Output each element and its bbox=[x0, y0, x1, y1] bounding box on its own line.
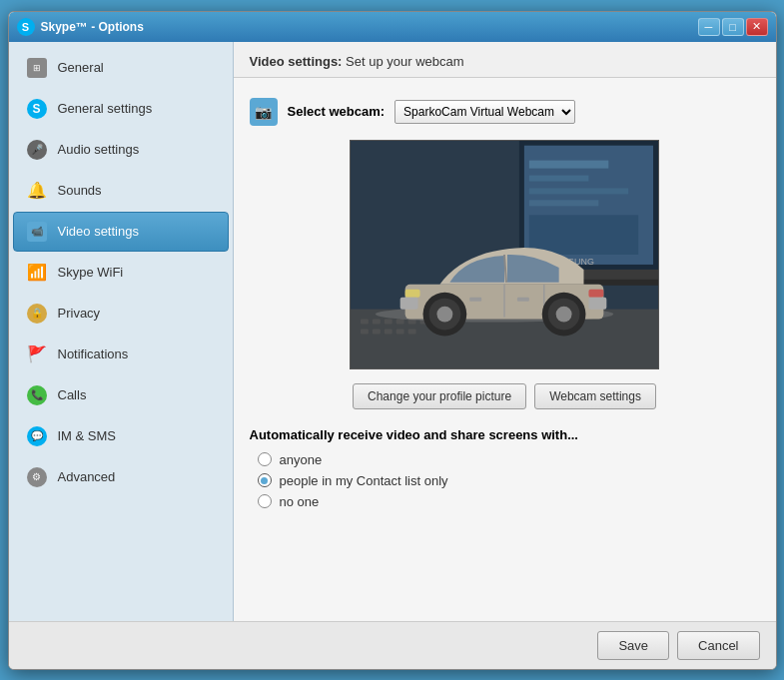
sidebar-item-video-settings[interactable]: 📹 Video settings bbox=[13, 212, 229, 252]
panel-header-strong: Video settings: bbox=[250, 54, 343, 69]
title-bar: S Skype™ - Options ─ □ ✕ bbox=[9, 12, 776, 42]
svg-rect-4 bbox=[529, 175, 589, 181]
sidebar-label: General settings bbox=[58, 101, 153, 116]
sidebar-label: General bbox=[58, 60, 104, 75]
privacy-icon: 🔒 bbox=[26, 303, 48, 325]
calls-icon: 📞 bbox=[26, 384, 48, 406]
webcam-select-row: 📷 Select webcam: SparkoCam Virtual Webca… bbox=[250, 98, 760, 126]
radio-label-no-one: no one bbox=[280, 494, 320, 509]
sidebar-item-advanced[interactable]: ⚙ Advanced bbox=[13, 457, 229, 497]
sidebar-item-sounds[interactable]: 🔔 Sounds bbox=[13, 171, 229, 211]
svg-rect-34 bbox=[405, 289, 420, 297]
maximize-button[interactable]: □ bbox=[722, 18, 744, 36]
sidebar-label: Video settings bbox=[58, 224, 139, 239]
panel-header-rest: Set up your webcam bbox=[342, 54, 463, 69]
sidebar-item-general[interactable]: ⊞ General bbox=[13, 48, 229, 88]
profile-webcam-buttons: Change your profile picture Webcam setti… bbox=[250, 383, 760, 409]
svg-rect-20 bbox=[396, 329, 404, 334]
svg-rect-12 bbox=[373, 319, 381, 324]
close-button[interactable]: ✕ bbox=[746, 18, 768, 36]
sidebar-label: Audio settings bbox=[58, 142, 140, 157]
webcam-dropdown[interactable]: SparkoCam Virtual WebcamDefault Webcam bbox=[394, 100, 575, 124]
webcam-preview-image: SAMSUNG bbox=[351, 141, 658, 368]
svg-point-33 bbox=[556, 306, 572, 322]
svg-rect-7 bbox=[529, 215, 638, 255]
change-profile-picture-button[interactable]: Change your profile picture bbox=[353, 383, 526, 409]
auto-receive-label: Automatically receive video and share sc… bbox=[250, 427, 760, 442]
sidebar-label: Sounds bbox=[58, 183, 102, 198]
sidebar-item-im-sms[interactable]: 💬 IM & SMS bbox=[13, 416, 229, 456]
sounds-icon: 🔔 bbox=[26, 180, 48, 202]
svg-rect-11 bbox=[361, 319, 369, 324]
sidebar-label: Calls bbox=[58, 387, 87, 402]
svg-rect-13 bbox=[385, 319, 392, 324]
sidebar-label: Skype WiFi bbox=[58, 265, 124, 280]
svg-rect-39 bbox=[517, 297, 529, 301]
general-icon: ⊞ bbox=[26, 57, 48, 79]
audio-icon: 🎤 bbox=[26, 139, 48, 161]
cancel-button[interactable]: Cancel bbox=[677, 631, 759, 660]
skype-icon: S bbox=[26, 98, 48, 120]
panel-body: 📷 Select webcam: SparkoCam Virtual Webca… bbox=[234, 78, 776, 621]
right-panel: Video settings: Set up your webcam 📷 Sel… bbox=[234, 42, 776, 621]
sidebar-item-privacy[interactable]: 🔒 Privacy bbox=[13, 294, 229, 334]
svg-rect-3 bbox=[529, 160, 608, 168]
webcam-settings-button[interactable]: Webcam settings bbox=[534, 383, 656, 409]
svg-rect-21 bbox=[408, 329, 416, 334]
sidebar-label: Notifications bbox=[58, 346, 129, 361]
save-button[interactable]: Save bbox=[597, 631, 669, 660]
video-icon: 📹 bbox=[26, 221, 48, 243]
sidebar: ⊞ General S General settings 🎤 Audio set… bbox=[9, 42, 234, 621]
svg-rect-36 bbox=[400, 297, 418, 309]
svg-rect-38 bbox=[469, 297, 481, 301]
radio-item-anyone[interactable]: anyone bbox=[258, 452, 760, 467]
svg-rect-18 bbox=[373, 329, 381, 334]
app-icon: S bbox=[17, 18, 35, 36]
radio-label-anyone: anyone bbox=[280, 452, 323, 467]
webcam-preview: SAMSUNG bbox=[350, 140, 659, 369]
sidebar-item-general-settings[interactable]: S General settings bbox=[13, 89, 229, 129]
svg-rect-14 bbox=[396, 319, 404, 324]
webcam-label: Select webcam: bbox=[288, 104, 386, 119]
sidebar-item-audio-settings[interactable]: 🎤 Audio settings bbox=[13, 130, 229, 170]
advanced-icon: ⚙ bbox=[26, 466, 48, 488]
imsms-icon: 💬 bbox=[26, 425, 48, 447]
sidebar-item-skype-wifi[interactable]: 📶 Skype WiFi bbox=[13, 253, 229, 293]
panel-header-text: Video settings: Set up your webcam bbox=[250, 54, 464, 69]
radio-label-contact-list: people in my Contact list only bbox=[280, 473, 448, 488]
svg-rect-19 bbox=[385, 329, 392, 334]
svg-point-30 bbox=[436, 306, 452, 322]
sidebar-item-calls[interactable]: 📞 Calls bbox=[13, 375, 229, 415]
radio-contact-list[interactable] bbox=[258, 473, 272, 487]
sidebar-label: IM & SMS bbox=[58, 428, 117, 443]
svg-rect-35 bbox=[588, 289, 603, 297]
webcam-icon: 📷 bbox=[250, 98, 278, 126]
notifications-icon: 🚩 bbox=[26, 343, 48, 365]
bottom-bar: Save Cancel bbox=[9, 621, 776, 669]
svg-rect-5 bbox=[529, 188, 628, 194]
options-window: S Skype™ - Options ─ □ ✕ ⊞ General S Gen… bbox=[8, 11, 777, 670]
minimize-button[interactable]: ─ bbox=[698, 18, 720, 36]
radio-no-one[interactable] bbox=[258, 494, 272, 508]
radio-item-no-one[interactable]: no one bbox=[258, 494, 760, 509]
window-title: Skype™ - Options bbox=[41, 20, 698, 34]
panel-header: Video settings: Set up your webcam bbox=[234, 42, 776, 78]
radio-anyone[interactable] bbox=[258, 452, 272, 466]
main-content: ⊞ General S General settings 🎤 Audio set… bbox=[9, 42, 776, 621]
svg-rect-17 bbox=[361, 329, 369, 334]
svg-rect-37 bbox=[588, 297, 606, 309]
wifi-icon: 📶 bbox=[26, 262, 48, 284]
sidebar-label: Privacy bbox=[58, 306, 101, 321]
auto-receive-radio-group: anyone people in my Contact list only no… bbox=[250, 452, 760, 509]
radio-item-contact-list[interactable]: people in my Contact list only bbox=[258, 473, 760, 488]
sidebar-item-notifications[interactable]: 🚩 Notifications bbox=[13, 335, 229, 374]
window-controls: ─ □ ✕ bbox=[698, 18, 768, 36]
sidebar-label: Advanced bbox=[58, 469, 116, 484]
svg-rect-6 bbox=[529, 200, 599, 206]
